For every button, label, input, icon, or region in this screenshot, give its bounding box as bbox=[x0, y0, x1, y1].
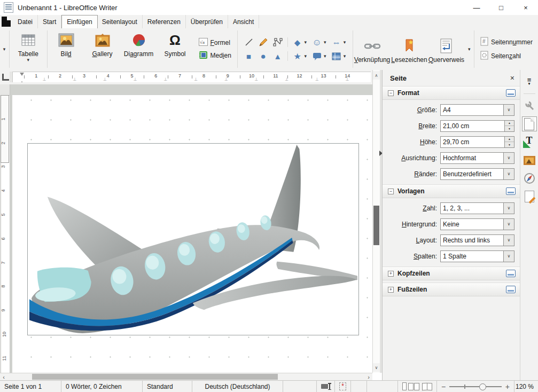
chevron-down-icon[interactable]: ∨ bbox=[503, 219, 514, 230]
chevron-down-icon[interactable]: ▾ bbox=[324, 54, 326, 58]
block-arrow-button[interactable]: ⇔ bbox=[330, 36, 343, 48]
seitenzahl-button[interactable]: Seitenzahl bbox=[480, 51, 533, 61]
bild-button[interactable]: Bild bbox=[48, 28, 84, 70]
expand-icon[interactable]: + bbox=[388, 271, 394, 277]
smiley-shape-button[interactable]: ☺ bbox=[310, 36, 323, 48]
formel-button[interactable]: √a Formel bbox=[199, 38, 231, 48]
spinner-buttons[interactable]: ▲▼ bbox=[504, 121, 514, 131]
toolbar-overflow-icon[interactable]: ▾ bbox=[0, 28, 9, 70]
navigator-compass-icon[interactable] bbox=[522, 171, 537, 186]
tab-ansicht[interactable]: Ansicht bbox=[228, 15, 259, 28]
zoom-slider[interactable]: − + bbox=[437, 381, 514, 392]
layout-select[interactable]: Rechts und links∨ bbox=[440, 234, 514, 246]
page-style-status[interactable]: Standard bbox=[143, 381, 192, 392]
zoom-in-icon[interactable]: + bbox=[505, 382, 510, 391]
manage-changes-icon[interactable] bbox=[522, 189, 537, 204]
callout-shape-button[interactable] bbox=[310, 50, 323, 62]
scroll-left-icon[interactable]: ‹ bbox=[0, 373, 7, 380]
chevron-down-icon[interactable]: ▾ bbox=[305, 54, 307, 58]
chevron-down-icon[interactable]: ∨ bbox=[503, 105, 514, 115]
tabelle-button[interactable]: Tabelle ▾ bbox=[10, 28, 46, 70]
dialog-launcher-icon[interactable] bbox=[506, 89, 516, 97]
rectangle-shape-button[interactable]: ■ bbox=[243, 50, 255, 62]
language-status[interactable]: Deutsch (Deutschland) bbox=[192, 381, 283, 392]
chevron-down-icon[interactable]: ∨ bbox=[503, 251, 514, 262]
ellipse-shape-button[interactable]: ● bbox=[257, 50, 270, 62]
single-page-view-icon[interactable] bbox=[402, 382, 407, 390]
chevron-down-icon[interactable]: ▾ bbox=[344, 40, 346, 44]
chevron-down-icon[interactable]: ∨ bbox=[503, 235, 514, 246]
gallery-button[interactable]: Gallery bbox=[84, 28, 121, 70]
vertical-scrollbar[interactable]: ∧ ∨ bbox=[372, 70, 380, 373]
multi-page-view-icon[interactable] bbox=[408, 383, 419, 390]
horizontal-scroll-thumb[interactable] bbox=[32, 374, 278, 380]
tab-seitenlayout[interactable]: Seitenlayout bbox=[97, 15, 143, 28]
tab-ueberpruefen[interactable]: Überprüfen bbox=[186, 15, 228, 28]
styles-icon[interactable]: T bbox=[522, 135, 537, 150]
tab-start[interactable]: Start bbox=[38, 15, 61, 28]
zahl-select[interactable]: 1, 2, 3, ...∨ bbox=[440, 202, 514, 214]
page-deck-icon[interactable] bbox=[522, 116, 537, 131]
collapse-icon[interactable]: − bbox=[388, 189, 394, 194]
close-button[interactable]: × bbox=[513, 0, 538, 15]
star-shape-button[interactable]: ★ bbox=[291, 50, 304, 62]
zoom-percent[interactable]: 120 % bbox=[514, 381, 538, 392]
querverweis-button[interactable]: Querverweis bbox=[428, 28, 465, 70]
raender-select[interactable]: Benutzerdefiniert∨ bbox=[440, 168, 514, 180]
chevron-down-icon[interactable]: ∨ bbox=[503, 203, 514, 214]
chevron-down-icon[interactable]: ▾ bbox=[324, 40, 326, 44]
sidebar-settings-icon[interactable]: ≡▾ bbox=[522, 74, 537, 89]
flowchart-table-button[interactable] bbox=[330, 50, 343, 62]
maximize-button[interactable]: □ bbox=[489, 0, 513, 15]
verknuepfung-button[interactable]: Verknüpfung bbox=[354, 28, 391, 70]
expand-icon[interactable]: + bbox=[388, 287, 394, 293]
dialog-launcher-icon[interactable] bbox=[506, 286, 516, 293]
airplane-image-frame[interactable] bbox=[27, 143, 359, 335]
vertical-scroll-thumb[interactable] bbox=[373, 206, 379, 245]
line-shape-button[interactable] bbox=[243, 36, 255, 48]
freeform-pencil-button[interactable] bbox=[257, 36, 270, 48]
horizontal-scrollbar[interactable]: ‹ › bbox=[0, 373, 372, 380]
properties-wrench-icon[interactable] bbox=[522, 98, 537, 113]
diamond-shape-button[interactable]: ◆ bbox=[291, 36, 304, 48]
triangle-shape-button[interactable]: ▲ bbox=[271, 50, 284, 62]
book-view-icon[interactable] bbox=[422, 383, 432, 390]
section-format[interactable]: − Format bbox=[383, 86, 520, 100]
breite-input[interactable]: 21,00 cm▲▼ bbox=[440, 120, 514, 132]
chevron-down-icon[interactable]: ▾ bbox=[305, 40, 307, 44]
scroll-up-icon[interactable]: ∧ bbox=[373, 71, 380, 80]
tab-stop-selector-icon[interactable] bbox=[2, 74, 9, 81]
group-overflow-icon[interactable]: ▾ bbox=[465, 28, 473, 70]
lesezeichen-button[interactable]: Lesezeichen bbox=[391, 28, 427, 70]
ausrichtung-select[interactable]: Hochformat∨ bbox=[440, 152, 514, 164]
medien-button[interactable]: Medien bbox=[199, 51, 231, 61]
hoehe-input[interactable]: 29,70 cm▲▼ bbox=[440, 136, 514, 148]
document-modified-icon[interactable]: * bbox=[335, 381, 351, 392]
collapse-icon[interactable]: − bbox=[388, 90, 394, 96]
sidebar-close-icon[interactable]: × bbox=[510, 74, 514, 82]
chevron-down-icon[interactable]: ∨ bbox=[503, 169, 514, 179]
scroll-down-icon[interactable]: ∨ bbox=[373, 363, 380, 372]
chevron-down-icon[interactable]: ▾ bbox=[344, 54, 346, 58]
section-fusszeilen[interactable]: + Fußzeilen bbox=[383, 283, 520, 296]
seitennummer-button[interactable]: # Seitennummer bbox=[480, 37, 533, 48]
scroll-right-icon[interactable]: › bbox=[365, 373, 372, 380]
groesse-select[interactable]: A4∨ bbox=[440, 104, 514, 116]
polygon-edit-button[interactable] bbox=[271, 36, 284, 48]
spinner-buttons[interactable]: ▲▼ bbox=[504, 137, 514, 147]
zoom-out-icon[interactable]: − bbox=[441, 382, 446, 391]
dialog-launcher-icon[interactable] bbox=[506, 187, 516, 195]
tab-datei[interactable]: Datei bbox=[13, 15, 38, 28]
minimize-button[interactable]: — bbox=[464, 0, 489, 15]
chevron-down-icon[interactable]: ∨ bbox=[503, 153, 514, 163]
tab-einfuegen[interactable]: Einfügen bbox=[61, 15, 97, 28]
word-count-status[interactable]: 0 Wörter, 0 Zeichen bbox=[61, 381, 143, 392]
section-kopfzeilen[interactable]: + Kopfzeilen bbox=[383, 266, 520, 280]
section-vorlagen[interactable]: − Vorlagen bbox=[383, 184, 520, 198]
tab-referenzen[interactable]: Referenzen bbox=[143, 15, 186, 28]
gallery-deck-icon[interactable] bbox=[522, 153, 537, 168]
symbol-button[interactable]: Ω Symbol bbox=[157, 28, 193, 70]
selection-mode-icon[interactable] bbox=[317, 381, 335, 392]
page-count-status[interactable]: Seite 1 von 1 bbox=[0, 381, 61, 392]
dialog-launcher-icon[interactable] bbox=[506, 270, 516, 277]
